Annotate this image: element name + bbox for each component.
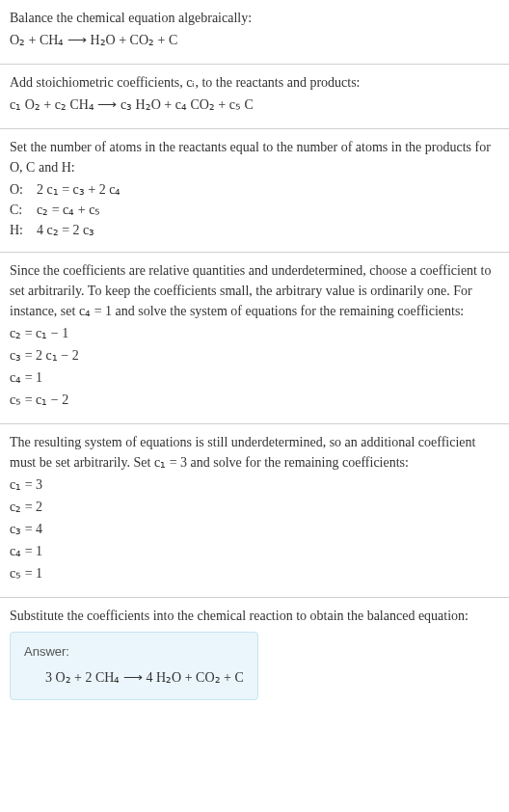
solve2-l4: c₄ = 1 <box>10 541 499 561</box>
solve1-text: Since the coefficients are relative quan… <box>10 260 499 321</box>
solve2-text: The resulting system of equations is sti… <box>10 432 499 473</box>
atoms-table: O: 2 c₁ = c₃ + 2 c₄ C: c₂ = c₄ + c₅ H: 4… <box>10 179 499 240</box>
intro-text: Balance the chemical equation algebraica… <box>10 8 499 28</box>
answer-box: Answer: 3 O₂ + 2 CH₄ ⟶ 4 H₂O + CO₂ + C <box>10 632 258 700</box>
atom-label-c: C: <box>10 200 37 220</box>
coeff-equation: c₁ O₂ + c₂ CH₄ ⟶ c₃ H₂O + c₄ CO₂ + c₅ C <box>10 95 499 115</box>
solve1-l4: c₅ = c₁ − 2 <box>10 390 499 410</box>
atom-eq-c: c₂ = c₄ + c₅ <box>37 200 100 220</box>
intro-equation: O₂ + CH₄ ⟶ H₂O + CO₂ + C <box>10 30 499 50</box>
section-solve1: Since the coefficients are relative quan… <box>0 253 509 424</box>
atom-eq-h: 4 c₂ = 2 c₃ <box>37 220 94 240</box>
solve2-l1: c₁ = 3 <box>10 474 499 495</box>
answer-label: Answer: <box>24 642 244 662</box>
solve2-l5: c₅ = 1 <box>10 563 499 583</box>
answer-equation: 3 O₂ + 2 CH₄ ⟶ 4 H₂O + CO₂ + C <box>24 667 244 688</box>
atom-row-o: O: 2 c₁ = c₃ + 2 c₄ <box>10 179 499 200</box>
atom-label-h: H: <box>10 220 37 240</box>
solve1-l1: c₂ = c₁ − 1 <box>10 323 499 343</box>
answer-text: Substitute the coefficients into the che… <box>10 606 499 626</box>
atom-row-h: H: 4 c₂ = 2 c₃ <box>10 220 499 240</box>
section-answer: Substitute the coefficients into the che… <box>0 598 509 712</box>
atom-label-o: O: <box>10 179 37 200</box>
solve2-l2: c₂ = 2 <box>10 497 499 517</box>
section-intro: Balance the chemical equation algebraica… <box>0 0 509 65</box>
atom-eq-o: 2 c₁ = c₃ + 2 c₄ <box>37 179 121 200</box>
section-solve2: The resulting system of equations is sti… <box>0 424 509 598</box>
coeff-text: Add stoichiometric coefficients, cᵢ, to … <box>10 72 499 93</box>
solve1-l2: c₃ = 2 c₁ − 2 <box>10 345 499 365</box>
solve1-l3: c₄ = 1 <box>10 367 499 388</box>
section-coefficients: Add stoichiometric coefficients, cᵢ, to … <box>0 65 509 129</box>
atoms-text: Set the number of atoms in the reactants… <box>10 137 499 177</box>
atom-row-c: C: c₂ = c₄ + c₅ <box>10 200 499 220</box>
section-atoms: Set the number of atoms in the reactants… <box>0 129 509 253</box>
solve2-l3: c₃ = 4 <box>10 519 499 539</box>
